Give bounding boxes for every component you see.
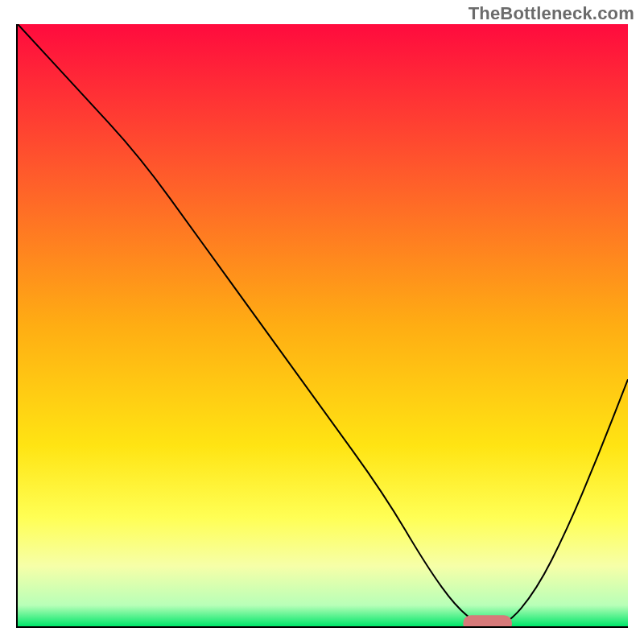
optimal-marker	[463, 615, 512, 626]
bottleneck-curve	[18, 24, 628, 626]
watermark-text: TheBottleneck.com	[469, 3, 634, 24]
plot-area	[16, 24, 628, 628]
chart-lines	[18, 24, 628, 626]
chart-stage: TheBottleneck.com	[0, 0, 644, 644]
